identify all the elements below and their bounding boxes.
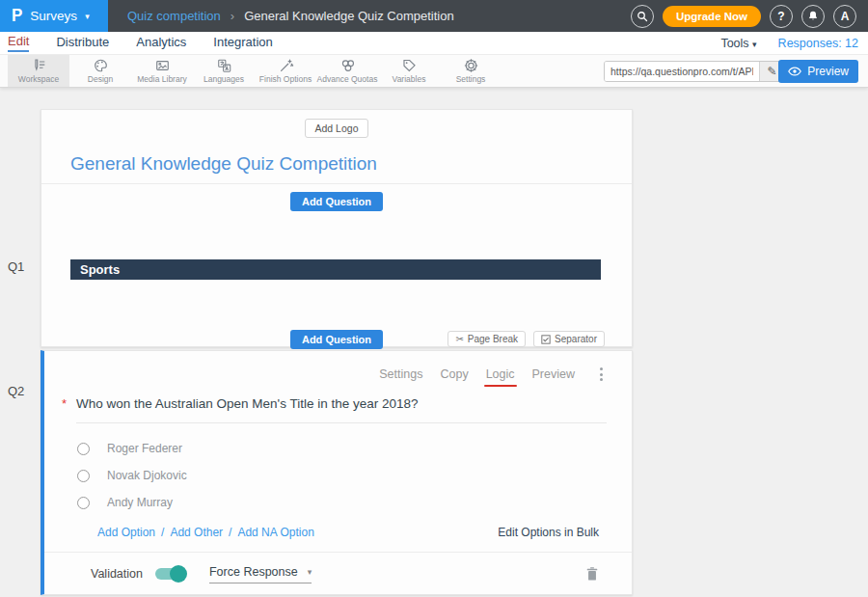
toolbar-item-finish-options[interactable]: Finish Options — [255, 55, 316, 87]
survey-nav-tabs: Edit Distribute Analytics Integration To… — [0, 32, 868, 55]
answer-options: Roger Federer Novak Djokovic Andy Murray — [77, 442, 632, 509]
search-button[interactable] — [631, 5, 654, 28]
required-asterisk: * — [62, 396, 67, 411]
link-separator: / — [229, 526, 231, 539]
validation-row: Validation Force Response ▾ — [91, 553, 599, 595]
toolbar-item-workspace[interactable]: Workspace — [8, 55, 69, 87]
divider — [41, 183, 632, 184]
add-option-link[interactable]: Add Option — [97, 526, 155, 539]
toolbar-item-advance-quotas[interactable]: Advance Quotas — [316, 55, 378, 87]
image-icon — [154, 58, 171, 73]
tab-integration[interactable]: Integration — [213, 35, 272, 51]
separator-button[interactable]: Separator — [533, 331, 605, 347]
breadcrumb-survey-name: General Knowledge Quiz Competition — [244, 9, 454, 23]
top-bar: P Surveys ▾ Quiz competition › General K… — [0, 0, 868, 32]
question-menu: Settings Copy Logic Preview — [44, 366, 607, 383]
toolbar-item-design[interactable]: Design — [69, 55, 131, 87]
page-break-label: Page Break — [468, 334, 518, 344]
toolbar-label: Workspace — [18, 74, 59, 84]
trash-icon — [585, 566, 599, 582]
page-break-button[interactable]: ✂ Page Break — [448, 331, 526, 347]
toolbar-item-languages[interactable]: Languages — [193, 55, 255, 87]
surveys-product-menu[interactable]: P Surveys ▾ — [0, 0, 108, 32]
breadcrumb-folder[interactable]: Quiz competition — [127, 9, 221, 23]
radio-button[interactable] — [77, 470, 90, 482]
toolbar-item-settings[interactable]: Settings — [440, 55, 502, 87]
questionpro-app: P Surveys ▾ Quiz competition › General K… — [0, 0, 868, 597]
question-mark-icon: ? — [777, 10, 784, 23]
option-label[interactable]: Roger Federer — [107, 442, 182, 455]
validation-toggle[interactable] — [155, 568, 184, 580]
validation-label: Validation — [91, 567, 143, 581]
toolbar-label: Settings — [456, 74, 486, 84]
link-separator: / — [161, 526, 164, 539]
gear-icon — [463, 58, 479, 73]
product-label: Surveys — [30, 9, 77, 23]
validation-type-value: Force Response — [209, 565, 298, 579]
option-label[interactable]: Andy Murray — [107, 496, 173, 509]
toolbar-label: Advance Quotas — [317, 74, 378, 84]
toolbar-label: Finish Options — [259, 74, 312, 84]
question-logic-link[interactable]: Logic — [486, 367, 515, 381]
tab-analytics[interactable]: Analytics — [136, 35, 186, 51]
survey-title[interactable]: General Knowledge Quiz Competition — [70, 153, 632, 175]
eye-icon — [788, 67, 801, 76]
avatar-initial: A — [841, 10, 850, 23]
option-row: Andy Murray — [77, 496, 632, 509]
radio-button[interactable] — [77, 443, 90, 455]
validation-type-dropdown[interactable]: Force Response ▾ — [209, 565, 312, 583]
add-option-links: Add Option / Add Other / Add NA Option — [97, 526, 314, 539]
tools-label: Tools — [720, 37, 748, 50]
palette-icon — [93, 58, 109, 73]
account-avatar[interactable]: A — [833, 5, 856, 28]
radio-button[interactable] — [77, 497, 90, 509]
magic-wand-icon — [278, 58, 294, 73]
add-other-link[interactable]: Add Other — [170, 526, 223, 539]
toolbar-label: Media Library — [137, 74, 187, 84]
survey-header-card: Add Logo General Knowledge Quiz Competit… — [41, 109, 633, 347]
pencil-icon: ✎ — [767, 65, 776, 78]
question-text[interactable]: Who won the Australian Open Men's Title … — [76, 396, 419, 411]
section-header-q1[interactable]: Sports — [70, 259, 601, 280]
more-options-kebab-icon[interactable] — [596, 366, 607, 383]
help-button[interactable]: ? — [770, 5, 793, 28]
upgrade-now-button[interactable]: Upgrade Now — [663, 6, 761, 27]
checkbox-icon — [541, 335, 551, 344]
search-icon — [637, 11, 648, 22]
add-na-option-link[interactable]: Add NA Option — [237, 526, 313, 539]
question-preview-link[interactable]: Preview — [532, 367, 575, 381]
add-question-button-bottom[interactable]: Add Question — [290, 330, 383, 349]
tab-distribute[interactable]: Distribute — [56, 35, 109, 51]
editor-canvas: Q1 Q2 Add Logo General Knowledge Quiz Co… — [0, 88, 868, 597]
tools-dropdown[interactable]: Tools ▾ — [720, 37, 756, 50]
editor-toolbar: Workspace Design Media Library — [0, 55, 868, 88]
bell-icon — [807, 10, 819, 22]
option-label[interactable]: Novak Djokovic — [107, 469, 187, 482]
chevron-down-icon: ▾ — [308, 567, 312, 577]
toolbar-item-media-library[interactable]: Media Library — [131, 55, 193, 87]
notifications-button[interactable] — [801, 5, 825, 28]
add-logo-button[interactable]: Add Logo — [305, 119, 369, 138]
toolbar-label: Languages — [203, 74, 244, 84]
question-copy-link[interactable]: Copy — [440, 367, 468, 381]
scissors-icon: ✂ — [455, 334, 463, 344]
toggle-knob — [170, 565, 187, 583]
tab-edit[interactable]: Edit — [8, 34, 29, 52]
question-settings-link[interactable]: Settings — [379, 367, 422, 381]
question-index-q2: Q2 — [8, 384, 24, 398]
separator-label: Separator — [555, 334, 597, 344]
toolbar-item-variables[interactable]: Variables — [378, 55, 440, 87]
delete-question-button[interactable] — [585, 566, 599, 582]
question-card-q2: Settings Copy Logic Preview * Who won th… — [41, 350, 633, 595]
translate-icon — [216, 58, 232, 73]
topbar-actions: Upgrade Now ? A — [631, 0, 868, 32]
responses-count[interactable]: Responses: 12 — [778, 37, 858, 50]
preview-button[interactable]: Preview — [778, 60, 858, 83]
add-question-button-top[interactable]: Add Question — [290, 192, 383, 211]
chain-links-icon — [339, 58, 356, 73]
survey-url-input[interactable] — [605, 62, 759, 81]
chevron-down-icon: ▾ — [752, 40, 757, 49]
toolbar-label: Variables — [393, 74, 426, 84]
edit-options-in-bulk-link[interactable]: Edit Options in Bulk — [498, 526, 599, 539]
navtabs-right: Tools ▾ Responses: 12 — [720, 37, 858, 50]
